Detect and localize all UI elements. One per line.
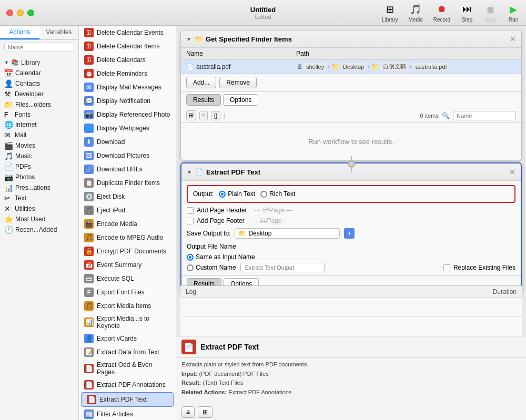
connector-dot: [348, 160, 355, 168]
action-label: Delete Calendars: [97, 56, 146, 64]
results-search-input[interactable]: [453, 111, 516, 120]
add-button[interactable]: Add...: [186, 77, 216, 88]
grid-view-btn[interactable]: ⊞: [198, 406, 213, 418]
same-as-input-label[interactable]: Same as Input Name: [187, 253, 255, 261]
window-controls: [6, 9, 34, 16]
sidebar-item-recentlyadded[interactable]: 🕐 Recen...Added: [0, 224, 78, 235]
grid-view-button[interactable]: ⊞: [186, 110, 196, 120]
media-toolbar-btn[interactable]: 🎵 Media: [409, 3, 423, 23]
action-delete-calendar-events[interactable]: 🗓 Delete Calendar Events: [79, 26, 176, 39]
action-encode-media[interactable]: 🎬 Encode Media: [79, 217, 176, 231]
custom-name-input[interactable]: [240, 263, 325, 272]
stop-toolbar-btn[interactable]: ◼ Stop: [484, 3, 497, 23]
action-display-webpages[interactable]: 🌐 Display Webpages: [79, 121, 176, 135]
action-display-notification[interactable]: 💬 Display Notification: [79, 94, 176, 108]
sidebar-item-presentations[interactable]: 📊 Pres...ations: [0, 182, 78, 193]
rich-text-radio-label[interactable]: Rich Text: [260, 190, 295, 198]
record-toolbar-btn[interactable]: ⏺ Record: [433, 3, 450, 23]
finder-panel-close[interactable]: ✕: [510, 35, 516, 43]
list-view-btn[interactable]: ≡: [181, 406, 195, 418]
rich-text-radio[interactable]: [260, 191, 267, 198]
action-download-pictures[interactable]: 🖼 Download Pictures: [79, 149, 176, 162]
close-button[interactable]: [6, 9, 13, 16]
plain-text-radio-label[interactable]: Plain Text: [219, 190, 255, 198]
finder-table-row[interactable]: 📄 australia.pdf 🖥 shelley › 📁 Desktop › …: [181, 60, 521, 74]
sidebar-item-developer[interactable]: ⚒ Developer: [0, 89, 78, 99]
finder-panel-collapse[interactable]: ▼: [186, 36, 191, 42]
action-encode-mpeg[interactable]: 🎵 Encode to MPEG Audio: [79, 231, 176, 244]
action-extract-odd-even[interactable]: 📄 Extract Odd & Even Pages: [79, 359, 176, 378]
action-extract-data-from-text[interactable]: 📝 Extract Data from Text: [79, 345, 176, 359]
col-name-header: Name: [186, 50, 296, 57]
action-delete-reminders[interactable]: ⏰ Delete Reminders: [79, 67, 176, 80]
tab-variables[interactable]: Variables: [39, 26, 79, 39]
action-delete-calendars[interactable]: 🗓 Delete Calendars: [79, 53, 176, 67]
list-view-button[interactable]: ≡: [199, 111, 208, 120]
action-export-vcards[interactable]: 👤 Export vCards: [79, 332, 176, 345]
finder-tab-results[interactable]: Results: [186, 94, 221, 106]
remove-button[interactable]: Remove: [219, 77, 257, 88]
replace-files-checkbox[interactable]: [443, 264, 450, 271]
search-input[interactable]: [4, 43, 74, 52]
action-label: Download: [97, 138, 125, 146]
action-display-referenced-photo[interactable]: 📷 Display Referenced Photo: [79, 108, 176, 121]
browse-folder-button[interactable]: +: [344, 228, 355, 239]
action-filter-articles[interactable]: 📰 Filter Articles: [79, 407, 176, 420]
action-icon: 🔗: [84, 165, 94, 174]
sidebar-item-calendar[interactable]: 📅 Calendar: [0, 68, 78, 78]
library-section[interactable]: ▼ 📚 Library: [0, 57, 78, 68]
action-extract-pdf-text[interactable]: 📄 Extract PDF Text: [81, 392, 174, 407]
custom-name-row: Custom Name Replace Existing Files: [181, 262, 521, 273]
finder-tab-options[interactable]: Options: [223, 94, 258, 106]
action-duplicate-finder-items[interactable]: 📋 Duplicate Finder Items: [79, 176, 176, 190]
run-toolbar-btn[interactable]: ▶ Run: [507, 3, 520, 23]
action-encrypt-pdf[interactable]: 🔒 Encrypt PDF Documents: [79, 244, 176, 258]
action-event-summary[interactable]: 📅 Event Summary: [79, 258, 176, 272]
action-extract-pdf-annotations[interactable]: 📄 Extract PDF Annotations: [79, 378, 176, 392]
minimize-button[interactable]: [17, 9, 24, 16]
add-page-header-checkbox[interactable]: [187, 207, 194, 214]
sidebar-item-label: Files...olders: [15, 101, 51, 108]
sidebar-item-mostused[interactable]: ⭐ Most Used: [0, 214, 78, 224]
action-eject-ipod[interactable]: 🎵 Eject iPod: [79, 203, 176, 217]
sidebar-item-pdfs[interactable]: 📄 PDFs: [0, 161, 78, 172]
action-download-urls[interactable]: 🔗 Download URLs: [79, 162, 176, 176]
action-display-mail-messages[interactable]: ✉ Display Mail Messages: [79, 80, 176, 94]
action-export-media-items[interactable]: 🎵 Export Media Items: [79, 299, 176, 313]
library-toolbar-btn[interactable]: ⊞ Library: [382, 3, 398, 23]
custom-name-label[interactable]: Custom Name: [187, 264, 236, 271]
same-as-input-radio[interactable]: [187, 254, 194, 261]
action-eject-disk[interactable]: 💿 Eject Disk: [79, 190, 176, 203]
plain-text-radio[interactable]: [219, 191, 226, 198]
sidebar-item-utilities[interactable]: ✕ Utilities: [0, 203, 78, 214]
extract-panel-close[interactable]: ✕: [509, 168, 515, 176]
finder-panel-header: ▼ 📁 Get Specified Finder Items ✕: [181, 30, 521, 48]
step-toolbar-btn[interactable]: ⏭ Step: [461, 3, 473, 23]
action-delete-calendar-items[interactable]: 🗓 Delete Calendar Items: [79, 39, 176, 53]
sidebar-item-movies[interactable]: 🎬 Movies: [0, 140, 78, 151]
custom-name-radio[interactable]: [187, 264, 194, 271]
sidebar-item-photos[interactable]: 📷 Photos: [0, 172, 78, 182]
add-page-footer-checkbox[interactable]: [187, 218, 194, 224]
sidebar-search-area: [0, 40, 78, 55]
action-icon: 🎵: [84, 301, 94, 311]
action-download[interactable]: ⬇ Download: [79, 135, 176, 149]
sidebar-item-fonts[interactable]: F Fonts: [0, 110, 78, 119]
extract-panel-collapse[interactable]: ▼: [187, 169, 192, 175]
action-export-medias-keynote[interactable]: 📊 Export Media...s to Keynote: [79, 313, 176, 332]
sidebar-item-text[interactable]: ✂ Text: [0, 193, 78, 203]
sidebar-item-music[interactable]: 🎵 Music: [0, 151, 78, 161]
save-location-select[interactable]: 📁 Desktop: [235, 228, 340, 239]
action-export-font-files[interactable]: F Export Font Files: [79, 285, 176, 299]
detail-view-button[interactable]: {}: [211, 111, 220, 120]
sidebar-item-mail[interactable]: ✉ Mail: [0, 130, 78, 140]
sidebar-item-contacts[interactable]: 👤 Contacts: [0, 78, 78, 89]
sidebar-item-internet[interactable]: 🌐 Internet: [0, 119, 78, 130]
files-icon: 📁: [4, 100, 13, 109]
sidebar-item-files[interactable]: 📁 Files...olders: [0, 99, 78, 110]
action-execute-sql[interactable]: 🗃 Execute SQL: [79, 272, 176, 285]
tab-actions[interactable]: Actions: [0, 26, 39, 39]
maximize-button[interactable]: [27, 9, 34, 16]
sidebar-item-label: PDFs: [15, 163, 31, 170]
action-label: Filter Articles: [97, 411, 133, 418]
